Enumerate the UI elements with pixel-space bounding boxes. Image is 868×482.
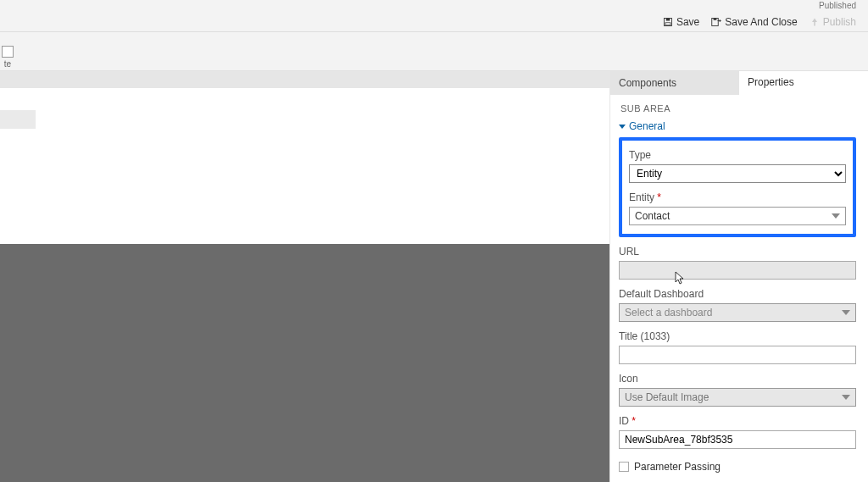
canvas-lower-dark bbox=[0, 244, 609, 482]
publish-button: Publish bbox=[810, 16, 856, 28]
title-label: Title (1033) bbox=[619, 330, 856, 342]
title-input[interactable] bbox=[619, 346, 856, 364]
tab-components-label: Components bbox=[619, 77, 676, 89]
type-select[interactable]: Entity bbox=[629, 164, 846, 183]
highlight-box: Type Entity Entity Contact bbox=[619, 137, 856, 237]
field-entity: Entity Contact bbox=[629, 191, 846, 225]
status-published: Published bbox=[819, 1, 856, 10]
workspace: Components Properties SUB AREA General T… bbox=[0, 71, 868, 482]
dashboard-label: Default Dashboard bbox=[619, 288, 856, 300]
parameter-passing-label: Parameter Passing bbox=[634, 461, 721, 473]
canvas-body-empty bbox=[0, 125, 609, 244]
side-tabs: Components Properties bbox=[610, 71, 868, 95]
id-input[interactable] bbox=[619, 430, 856, 449]
canvas-title-bar bbox=[0, 71, 609, 88]
entity-value: Contact bbox=[635, 210, 670, 222]
ribbon: te bbox=[0, 32, 868, 71]
save-button[interactable]: Save bbox=[663, 16, 699, 28]
publish-label: Publish bbox=[823, 16, 856, 28]
properties-panel: SUB AREA General Type Entity Entity Cont… bbox=[610, 95, 868, 482]
field-dashboard: Default Dashboard Select a dashboard bbox=[619, 288, 856, 322]
chevron-down-icon bbox=[619, 125, 626, 129]
save-and-close-button[interactable]: Save And Close bbox=[711, 16, 797, 28]
entity-label: Entity bbox=[629, 191, 846, 203]
checkbox-icon[interactable] bbox=[619, 462, 629, 472]
field-icon: Icon Use Default Image bbox=[619, 373, 856, 407]
side-panel: Components Properties SUB AREA General T… bbox=[609, 71, 868, 482]
dashboard-select: Select a dashboard bbox=[619, 303, 856, 322]
section-general[interactable]: General bbox=[619, 120, 856, 132]
ribbon-button[interactable]: te bbox=[0, 33, 15, 70]
command-toolbar: Save Save And Close Publish bbox=[0, 12, 868, 32]
publish-icon bbox=[810, 17, 820, 27]
field-type: Type Entity bbox=[629, 149, 846, 183]
save-icon bbox=[663, 17, 673, 27]
url-input bbox=[619, 261, 856, 280]
tab-properties-label: Properties bbox=[748, 76, 794, 88]
section-general-label: General bbox=[629, 120, 665, 132]
icon-select[interactable]: Use Default Image bbox=[619, 388, 856, 407]
svg-rect-1 bbox=[666, 18, 670, 20]
field-url: URL bbox=[619, 246, 856, 280]
ribbon-button-label: te bbox=[4, 59, 11, 69]
chevron-down-icon bbox=[832, 213, 840, 219]
chevron-down-icon bbox=[842, 310, 850, 315]
icon-label: Icon bbox=[619, 373, 856, 385]
type-label: Type bbox=[629, 149, 846, 161]
field-parameter-passing[interactable]: Parameter Passing bbox=[619, 461, 856, 473]
canvas-area bbox=[0, 71, 609, 482]
entity-select[interactable]: Contact bbox=[629, 207, 846, 225]
field-title: Title (1033) bbox=[619, 330, 856, 364]
icon-value: Use Default Image bbox=[625, 391, 709, 403]
ribbon-button-icon bbox=[2, 46, 14, 58]
status-bar: Published bbox=[0, 0, 868, 12]
panel-title: SUB AREA bbox=[620, 103, 856, 114]
field-id: ID bbox=[619, 415, 856, 449]
url-label: URL bbox=[619, 246, 856, 258]
dashboard-placeholder: Select a dashboard bbox=[625, 307, 712, 319]
svg-rect-2 bbox=[665, 22, 670, 25]
svg-rect-4 bbox=[714, 18, 717, 19]
save-label: Save bbox=[676, 16, 699, 28]
canvas-selected-item[interactable] bbox=[0, 110, 36, 129]
save-close-icon bbox=[711, 17, 721, 27]
chevron-down-icon bbox=[842, 395, 850, 400]
id-label: ID bbox=[619, 415, 856, 427]
canvas-blank-strip bbox=[0, 88, 609, 125]
tab-components[interactable]: Components bbox=[610, 71, 739, 95]
tab-properties[interactable]: Properties bbox=[739, 71, 868, 95]
save-and-close-label: Save And Close bbox=[725, 16, 797, 28]
